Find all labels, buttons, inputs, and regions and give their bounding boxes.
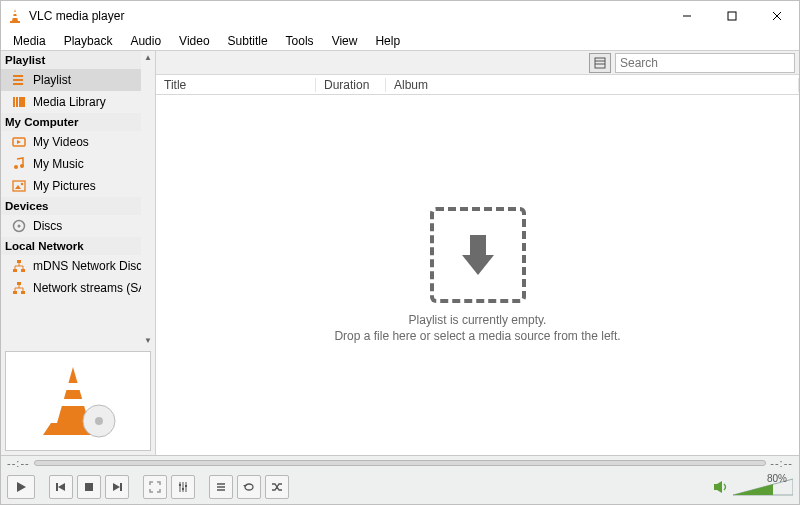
extended-settings-button[interactable] (171, 475, 195, 499)
sidebar-item-my-music[interactable]: My Music (1, 153, 141, 175)
sidebar-tree: Playlist Playlist Media Library My Compu… (1, 51, 155, 347)
menu-subtitle[interactable]: Subtitle (220, 32, 276, 50)
sidebar-item-label: My Music (33, 157, 84, 171)
list-icon (11, 72, 27, 88)
sidebar-item-label: Playlist (33, 73, 71, 87)
library-icon (11, 94, 27, 110)
content-area: Playlist Playlist Media Library My Compu… (1, 51, 799, 455)
svg-rect-45 (120, 483, 122, 491)
minimize-button[interactable] (664, 1, 709, 31)
svg-rect-27 (13, 291, 17, 294)
sidebar: Playlist Playlist Media Library My Compu… (1, 51, 156, 455)
svg-rect-26 (17, 282, 21, 285)
svg-rect-11 (13, 97, 15, 107)
close-button[interactable] (754, 1, 799, 31)
sidebar-item-my-pictures[interactable]: My Pictures (1, 175, 141, 197)
svg-point-17 (20, 164, 24, 168)
sidebar-item-label: Network streams (SAP) (33, 281, 141, 295)
empty-text-1: Playlist is currently empty. (409, 313, 547, 327)
menu-video[interactable]: Video (171, 32, 217, 50)
disc-icon (11, 218, 27, 234)
sidebar-item-label: My Videos (33, 135, 89, 149)
column-album[interactable]: Album (386, 78, 799, 92)
section-playlist: Playlist (1, 51, 141, 69)
vlc-cone-large-icon (33, 361, 123, 441)
section-devices: Devices (1, 197, 141, 215)
fullscreen-button[interactable] (143, 475, 167, 499)
svg-rect-43 (85, 483, 93, 491)
sidebar-item-label: Discs (33, 219, 62, 233)
window-title: VLC media player (29, 9, 664, 23)
sidebar-scrollbar[interactable]: ▲ ▼ (141, 51, 155, 347)
play-button[interactable] (7, 475, 35, 499)
music-icon (11, 156, 27, 172)
search-input[interactable] (615, 53, 795, 73)
next-button[interactable] (105, 475, 129, 499)
stop-button[interactable] (77, 475, 101, 499)
svg-rect-5 (728, 12, 736, 20)
playlist-dropzone[interactable]: Playlist is currently empty. Drop a file… (156, 95, 799, 455)
arrow-down-icon (452, 229, 504, 281)
svg-point-22 (18, 225, 21, 228)
empty-text-2: Drop a file here or select a media sourc… (334, 329, 620, 343)
video-icon (11, 134, 27, 150)
menu-help[interactable]: Help (367, 32, 408, 50)
playlist-toggle-button[interactable] (209, 475, 233, 499)
time-total: --:-- (770, 457, 793, 469)
loop-button[interactable] (237, 475, 261, 499)
network-icon (11, 258, 27, 274)
titlebar: VLC media player (1, 1, 799, 31)
sidebar-item-sap[interactable]: Network streams (SAP) (1, 277, 141, 299)
dropzone-box (430, 207, 526, 303)
window-buttons (664, 1, 799, 31)
sidebar-item-label: My Pictures (33, 179, 96, 193)
svg-marker-40 (17, 482, 26, 492)
scroll-up-icon[interactable]: ▲ (144, 53, 152, 62)
svg-marker-55 (243, 485, 247, 487)
svg-rect-25 (21, 269, 25, 272)
svg-rect-8 (13, 75, 23, 77)
volume-control: 80% (713, 477, 793, 497)
section-local-network: Local Network (1, 237, 141, 255)
sidebar-item-media-library[interactable]: Media Library (1, 91, 141, 113)
svg-rect-24 (13, 269, 17, 272)
svg-marker-19 (15, 185, 21, 189)
sidebar-item-label: Media Library (33, 95, 106, 109)
menubar: Media Playback Audio Video Subtitle Tool… (1, 31, 799, 51)
seek-slider[interactable] (34, 460, 767, 466)
svg-rect-38 (470, 235, 486, 255)
seekbar: --:-- --:-- (1, 456, 799, 470)
maximize-button[interactable] (709, 1, 754, 31)
svg-rect-3 (10, 21, 20, 23)
volume-slider[interactable]: 80% (733, 477, 793, 497)
svg-rect-49 (179, 484, 181, 486)
shuffle-button[interactable] (265, 475, 289, 499)
controls-bar: 80% (1, 470, 799, 504)
svg-point-34 (95, 417, 103, 425)
svg-rect-13 (19, 97, 25, 107)
network-icon (11, 280, 27, 296)
menu-tools[interactable]: Tools (278, 32, 322, 50)
speaker-icon[interactable] (713, 480, 729, 494)
sidebar-item-playlist[interactable]: Playlist (1, 69, 141, 91)
bottom-bar: --:-- --:-- 80% (1, 455, 799, 504)
svg-marker-57 (717, 481, 722, 493)
previous-button[interactable] (49, 475, 73, 499)
svg-marker-44 (113, 483, 120, 491)
svg-rect-2 (12, 16, 17, 18)
svg-rect-28 (21, 291, 25, 294)
svg-rect-1 (13, 12, 17, 14)
menu-view[interactable]: View (324, 32, 366, 50)
sidebar-item-discs[interactable]: Discs (1, 215, 141, 237)
view-mode-button[interactable] (589, 53, 611, 73)
sidebar-item-my-videos[interactable]: My Videos (1, 131, 141, 153)
sidebar-item-mdns[interactable]: mDNS Network Disco... (1, 255, 141, 277)
svg-rect-31 (62, 399, 84, 406)
column-duration[interactable]: Duration (316, 78, 386, 92)
column-title[interactable]: Title (156, 78, 316, 92)
svg-point-20 (21, 183, 23, 185)
scroll-down-icon[interactable]: ▼ (144, 336, 152, 345)
menu-playback[interactable]: Playback (56, 32, 121, 50)
menu-media[interactable]: Media (5, 32, 54, 50)
menu-audio[interactable]: Audio (122, 32, 169, 50)
